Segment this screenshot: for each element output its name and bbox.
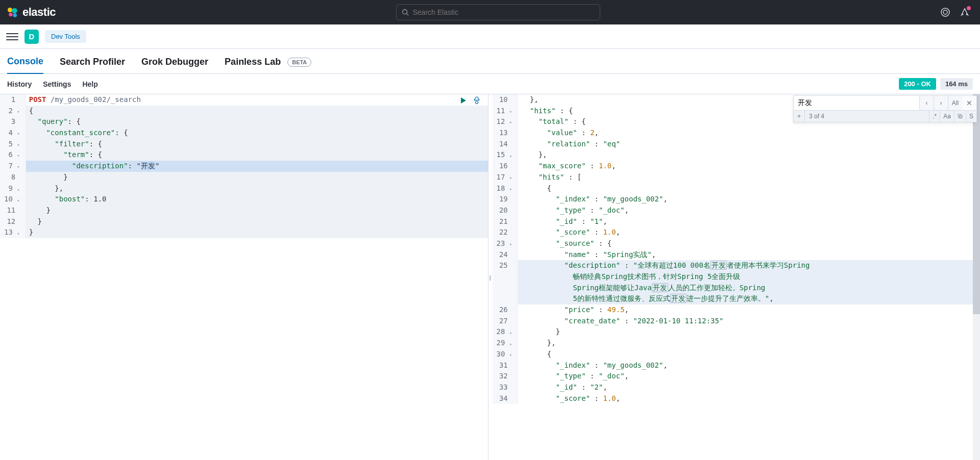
svg-point-0 xyxy=(8,8,12,12)
tab-console[interactable]: Console xyxy=(7,56,43,74)
nav-toggle-button[interactable] xyxy=(6,31,18,43)
brand-text: elastic xyxy=(22,6,56,19)
app-header: elastic xyxy=(0,0,980,24)
response-viewer[interactable]: ‹ › All ✕ + 3 of 4 .* Aa \b S 10 },11 ▾ … xyxy=(493,94,981,460)
svg-point-9 xyxy=(966,14,968,15)
find-opt-case[interactable]: Aa xyxy=(940,111,954,122)
svg-point-3 xyxy=(13,13,17,17)
find-close-button[interactable]: ✕ xyxy=(962,99,976,107)
svg-point-4 xyxy=(402,10,407,14)
beta-badge: BETA xyxy=(287,58,311,67)
tab-search-profiler[interactable]: Search Profiler xyxy=(60,57,125,73)
find-opt-selection[interactable]: S xyxy=(966,111,976,122)
settings-button[interactable]: Settings xyxy=(43,80,71,88)
svg-point-2 xyxy=(9,13,13,17)
breadcrumb-bar: D Dev Tools xyxy=(0,24,980,49)
find-panel: ‹ › All ✕ + 3 of 4 .* Aa \b S xyxy=(793,95,977,122)
find-opt-word[interactable]: \b xyxy=(954,111,966,122)
response-status: 200 - OK xyxy=(899,78,936,90)
search-icon xyxy=(402,9,409,16)
find-input[interactable] xyxy=(794,96,919,110)
tab-grok-debugger[interactable]: Grok Debugger xyxy=(141,57,208,73)
brand[interactable]: elastic xyxy=(6,6,56,19)
console-toolbar: History Settings Help 200 - OK 164 ms xyxy=(0,74,980,94)
send-request-button[interactable] xyxy=(459,96,468,106)
scrollbar-thumb[interactable] xyxy=(973,94,980,314)
elastic-logo-icon xyxy=(6,6,18,18)
svg-point-8 xyxy=(962,14,964,15)
devtools-tabs: Console Search Profiler Grok Debugger Pa… xyxy=(0,49,980,74)
tab-painless-lab[interactable]: Painless Lab BETA xyxy=(225,57,311,73)
help-button[interactable]: Help xyxy=(82,80,97,88)
request-options-button[interactable] xyxy=(473,96,481,106)
svg-point-10 xyxy=(475,101,478,104)
svg-point-7 xyxy=(943,10,947,14)
newsfeed-icon[interactable] xyxy=(960,7,970,17)
global-search[interactable] xyxy=(396,4,600,20)
find-prev-button[interactable]: ‹ xyxy=(919,96,934,110)
space-badge[interactable]: D xyxy=(24,30,39,44)
find-next-button[interactable]: › xyxy=(934,96,948,110)
svg-line-5 xyxy=(406,14,408,16)
help-menu-icon[interactable] xyxy=(940,7,950,17)
editor-split: 1 POST /my_goods_002/_search2 ▾{3 "query… xyxy=(0,94,980,460)
request-editor[interactable]: 1 POST /my_goods_002/_search2 ▾{3 "query… xyxy=(0,94,488,460)
history-button[interactable]: History xyxy=(7,80,32,88)
find-toggle-replace[interactable]: + xyxy=(794,111,805,122)
find-opt-regex[interactable]: .* xyxy=(929,111,940,122)
svg-point-1 xyxy=(12,8,17,14)
find-all-button[interactable]: All xyxy=(948,96,962,110)
pane-splitter[interactable]: ∥ xyxy=(488,94,493,460)
breadcrumb-devtools[interactable]: Dev Tools xyxy=(45,30,86,43)
global-search-input[interactable] xyxy=(413,8,595,16)
find-count: 3 of 4 xyxy=(805,111,929,122)
notification-dot xyxy=(967,6,971,10)
response-time: 164 ms xyxy=(940,78,973,90)
svg-point-6 xyxy=(941,8,949,16)
